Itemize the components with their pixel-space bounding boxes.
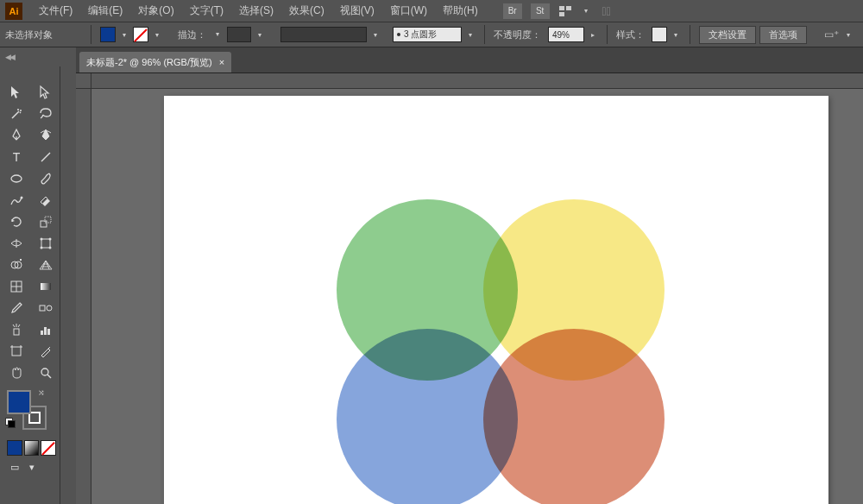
svg-rect-25 (44, 327, 47, 335)
svg-line-4 (41, 153, 50, 161)
magic-wand-tool[interactable] (3, 104, 29, 124)
svg-rect-23 (14, 329, 19, 335)
opacity-input[interactable] (548, 27, 584, 42)
screen-mode-normal[interactable]: ▭ (7, 459, 22, 475)
stroke-swatch[interactable] (133, 27, 148, 42)
lasso-tool[interactable] (33, 104, 59, 124)
svg-text:T: T (13, 150, 21, 164)
align-to-dropdown[interactable]: ▾ (843, 29, 854, 40)
opacity-arrow[interactable]: ▸ (588, 29, 598, 40)
document-tab[interactable]: 未标题-2* @ 96% (RGB/预览) × (79, 52, 231, 72)
svg-rect-1 (566, 6, 571, 10)
align-to-icon[interactable]: ▭⁺ (822, 27, 840, 42)
svg-rect-7 (41, 221, 47, 227)
close-tab-icon[interactable]: × (219, 57, 224, 67)
menu-help[interactable]: 帮助(H) (435, 3, 486, 18)
graphic-style-dropdown[interactable]: ▾ (671, 29, 681, 40)
eraser-tool[interactable] (33, 190, 59, 211)
pen-tool[interactable] (3, 125, 29, 146)
canvas-area[interactable] (76, 73, 863, 504)
brush-preview[interactable] (280, 27, 367, 42)
svg-point-12 (49, 238, 52, 241)
stroke-weight-down[interactable]: ▸ (213, 29, 224, 40)
scale-tool[interactable] (33, 211, 59, 232)
menu-view[interactable]: 视图(V) (332, 3, 382, 18)
ellipse-tool[interactable] (3, 168, 29, 189)
style-label: 样式： (616, 28, 645, 41)
svg-rect-8 (45, 217, 51, 223)
svg-rect-27 (12, 347, 21, 356)
color-mode-solid[interactable] (7, 440, 22, 456)
color-mode-none[interactable] (41, 440, 56, 456)
menu-edit[interactable]: 编辑(E) (80, 3, 130, 18)
svg-point-6 (21, 197, 23, 199)
fill-dropdown[interactable]: ▾ (119, 29, 129, 40)
menu-object[interactable]: 对象(O) (130, 3, 181, 18)
swap-fill-stroke-icon[interactable]: ⤭ (38, 388, 45, 397)
fill-stroke-indicator[interactable]: ⤭ (7, 390, 41, 425)
bridge-button[interactable]: Br (503, 3, 522, 19)
type-tool[interactable]: T (3, 147, 29, 167)
ruler-vertical[interactable] (76, 89, 91, 504)
artboard[interactable] (164, 96, 828, 504)
menu-type[interactable]: 文字(T) (182, 3, 231, 18)
artboard-tool[interactable] (3, 341, 29, 362)
stroke-weight-input[interactable] (227, 27, 251, 42)
blend-tool[interactable] (33, 298, 59, 318)
svg-rect-24 (41, 331, 43, 335)
menu-window[interactable]: 窗口(W) (382, 3, 435, 18)
menu-effect[interactable]: 效果(C) (281, 3, 332, 18)
stroke-weight-dropdown[interactable]: ▾ (255, 29, 265, 40)
brush-dropdown[interactable]: ▾ (370, 29, 381, 40)
hand-tool[interactable] (3, 362, 29, 383)
document-setup-button[interactable]: 文档设置 (699, 26, 756, 44)
eyedropper-tool[interactable] (3, 298, 29, 318)
shape-builder-tool[interactable] (3, 255, 29, 275)
svg-rect-26 (47, 329, 50, 335)
mesh-tool[interactable] (3, 276, 29, 297)
screen-mode-dropdown[interactable]: ▾ (24, 459, 40, 475)
width-tool[interactable] (3, 233, 29, 254)
svg-point-22 (47, 306, 52, 311)
ruler-corner[interactable] (76, 73, 91, 89)
selection-tool[interactable] (3, 82, 29, 103)
curvature-tool[interactable] (33, 125, 59, 146)
document-tab-title: 未标题-2* @ 96% (RGB/预览) (86, 56, 212, 69)
direct-selection-tool[interactable] (33, 82, 59, 103)
menu-select[interactable]: 选择(S) (231, 3, 281, 18)
arrange-docs-icon[interactable] (558, 5, 572, 17)
zoom-tool[interactable] (33, 362, 59, 383)
app-logo: Ai (5, 3, 22, 20)
shaper-tool[interactable] (3, 190, 29, 211)
variable-width-label: 3 点圆形 (404, 28, 437, 41)
perspective-grid-tool[interactable] (33, 255, 59, 275)
gpu-perf-icon[interactable]: ✓⃝ (600, 5, 614, 17)
preferences-button[interactable]: 首选项 (759, 26, 807, 44)
artwork-circle-red[interactable] (483, 329, 665, 504)
menu-file[interactable]: 文件(F) (31, 3, 80, 18)
line-tool[interactable] (33, 147, 59, 167)
rotate-tool[interactable] (3, 211, 29, 232)
stock-button[interactable]: St (531, 3, 550, 19)
symbol-sprayer-tool[interactable] (3, 319, 29, 340)
column-graph-tool[interactable] (33, 319, 59, 340)
color-mode-gradient[interactable] (24, 440, 40, 456)
fill-color-box[interactable] (7, 390, 31, 414)
stroke-dropdown[interactable]: ▾ (152, 29, 162, 40)
paintbrush-tool[interactable] (33, 168, 59, 189)
fill-swatch[interactable] (100, 27, 116, 42)
default-fill-stroke-icon[interactable] (5, 418, 16, 428)
opacity-label: 不透明度： (494, 28, 541, 41)
variable-width-profile[interactable]: 3 点圆形 (393, 27, 462, 42)
free-transform-tool[interactable] (33, 233, 59, 254)
svg-rect-10 (41, 239, 50, 248)
graphic-style-swatch[interactable] (652, 27, 667, 42)
arrange-docs-dropdown[interactable]: ▾ (581, 6, 591, 16)
svg-rect-0 (559, 6, 564, 10)
gradient-tool[interactable] (33, 276, 59, 297)
variable-width-dropdown[interactable]: ▾ (465, 29, 476, 40)
stroke-label: 描边： (178, 28, 206, 41)
slice-tool[interactable] (33, 341, 59, 362)
ruler-horizontal[interactable] (91, 73, 863, 89)
collapse-tools-strip[interactable]: ◀◀ (0, 47, 76, 66)
